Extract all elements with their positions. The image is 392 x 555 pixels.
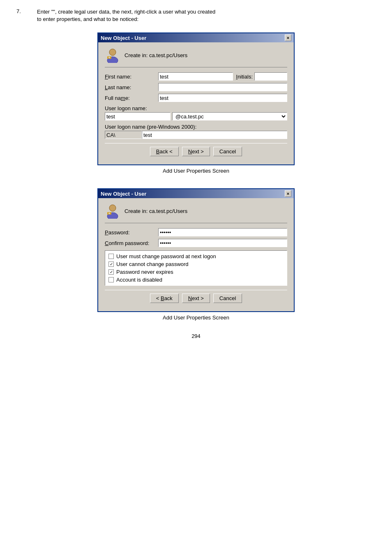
dialog1-cancel-button[interactable]: Cancel [213, 147, 242, 156]
initials-label: Initials: [236, 74, 253, 80]
password-input[interactable] [158, 228, 287, 236]
dialog2-next-button[interactable]: Next > [182, 294, 210, 303]
step-text-after: ", create legal user data, the next, rig… [53, 9, 215, 15]
create-in-label: Create in: [125, 52, 148, 58]
confirm-password-label: Confirm password: [105, 240, 158, 246]
initials-input[interactable] [254, 72, 287, 81]
checkbox-row-1: User must change password at next logon [108, 253, 284, 259]
user-icon-2 [105, 203, 120, 219]
pre-win-user-input[interactable] [142, 131, 287, 139]
checkbox-account-disabled-label: Account is disabled [116, 277, 162, 283]
first-name-row: First name: Initials: [105, 72, 287, 81]
dialog1: New Object - User × Create in: ca.test.p… [97, 32, 295, 165]
svg-point-1 [109, 49, 116, 56]
user-icon [105, 47, 120, 63]
dialog1-create-in: Create in: ca.test.pc/Users [125, 52, 187, 58]
checkbox-must-change[interactable] [108, 254, 114, 259]
dialog2-cancel-button[interactable]: Cancel [213, 294, 242, 303]
dialog2-titlebar: New Object - User × [98, 189, 294, 198]
create-in-value-2: ca.test.pc/Users [149, 208, 187, 214]
step-text-before: Enter " [37, 9, 53, 15]
user-logon-section-label: User logon name: [105, 105, 287, 111]
step-number: 7. [16, 8, 29, 23]
checkbox-cannot-change[interactable] [108, 261, 114, 267]
dialog2-body: Create in: ca.test.pc/Users Password: Co… [98, 198, 294, 311]
full-name-row: Full name: [105, 94, 287, 102]
dialog2: New Object - User × Create in: ca.test.p… [97, 188, 295, 312]
last-name-row: Last name: [105, 83, 287, 91]
checkbox-row-3: Password never expires [108, 269, 284, 275]
create-in-value: ca.test.pc/Users [149, 52, 187, 58]
checkbox-cannot-change-label: User cannot change password [116, 261, 189, 267]
user-logon-input[interactable] [105, 112, 171, 120]
dialog2-header: Create in: ca.test.pc/Users [105, 203, 287, 223]
svg-point-9 [108, 213, 110, 214]
svg-point-6 [109, 205, 116, 211]
password-label: Password: [105, 229, 158, 236]
checkbox-must-change-label: User must change password at next logon [116, 253, 216, 259]
logon-row: @ca.test.pc [105, 112, 287, 120]
first-name-label: First name: [105, 74, 158, 80]
dialog2-create-in: Create in: ca.test.pc/Users [125, 208, 187, 214]
caption1: Add User Properties Screen [16, 168, 376, 174]
dialog2-footer: < Back Next > Cancel [105, 290, 287, 307]
step-text-second: to enter properties, and what to be noti… [37, 16, 138, 22]
last-name-label: Last name: [105, 84, 158, 90]
dialog2-title: New Object - User [101, 191, 146, 197]
password-options-group: User must change password at next logon … [105, 250, 287, 286]
dialog1-body: Create in: ca.test.pc/Users First name: … [98, 42, 294, 164]
pre-win-domain-input [105, 131, 142, 139]
step-line: 7. Enter "", create legal user data, the… [16, 8, 376, 23]
dialog1-next-button[interactable]: Next > [182, 147, 210, 156]
confirm-password-input[interactable] [158, 239, 287, 247]
dialog1-back-button[interactable]: Back < [150, 147, 179, 156]
full-name-label: Full name: [105, 95, 158, 101]
first-name-input[interactable] [158, 72, 233, 81]
pre-win-label: User logon name (pre-Windows 2000): [105, 124, 287, 130]
dialog2-close-button[interactable]: × [285, 190, 291, 197]
checkbox-never-expires[interactable] [108, 269, 114, 275]
dialog1-close-button[interactable]: × [285, 35, 291, 41]
page-number: 294 [16, 333, 376, 339]
create-in-label-2: Create in: [125, 208, 148, 214]
svg-point-4 [108, 57, 110, 58]
dialog1-title: New Object - User [101, 35, 146, 41]
dialog1-titlebar: New Object - User × [98, 33, 294, 42]
checkbox-row-2: User cannot change password [108, 261, 284, 267]
checkbox-never-expires-label: Password never expires [116, 269, 173, 275]
checkbox-account-disabled[interactable] [108, 277, 114, 282]
checkbox-row-4: Account is disabled [108, 277, 284, 283]
domain-select[interactable]: @ca.test.pc [172, 112, 287, 120]
password-row: Password: [105, 228, 287, 236]
dialog2-back-button[interactable]: < Back [150, 294, 179, 303]
pre-win-row [105, 131, 287, 139]
full-name-input[interactable] [158, 94, 287, 102]
dialog1-footer: Back < Next > Cancel [105, 143, 287, 160]
caption2: Add User Properties Screen [16, 314, 376, 321]
confirm-password-row: Confirm password: [105, 239, 287, 247]
dialog1-header: Create in: ca.test.pc/Users [105, 47, 287, 67]
last-name-input[interactable] [158, 83, 287, 91]
